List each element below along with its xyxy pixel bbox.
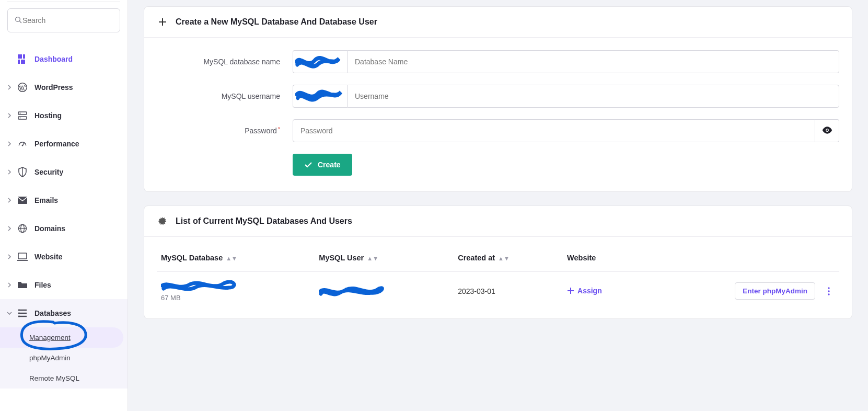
chevron-right-icon	[7, 253, 13, 261]
chevron-right-icon	[7, 224, 13, 233]
eye-icon	[822, 127, 832, 135]
svg-rect-23	[18, 310, 20, 311]
cell-user	[315, 272, 454, 311]
db-name-prefix	[293, 50, 347, 73]
sidebar-item-label: Files	[34, 281, 51, 289]
sidebar-subitem-label: Remote MySQL	[29, 374, 79, 382]
sidebar-subitem-management[interactable]: Management	[0, 327, 123, 348]
redacted-scribble	[295, 53, 345, 71]
required-marker: *	[278, 126, 280, 132]
sidebar-item-website[interactable]: Website	[0, 243, 128, 271]
cell-db: 67 MB	[157, 272, 315, 311]
col-created[interactable]: Created at▲▼	[454, 248, 563, 272]
search-input[interactable]	[22, 16, 114, 25]
sort-icon: ▲▼	[498, 255, 510, 261]
sidebar-item-emails[interactable]: Emails	[0, 186, 128, 214]
sidebar-item-label: Performance	[34, 140, 79, 148]
sidebar-subitem-phpmyadmin[interactable]: phpMyAdmin	[0, 348, 128, 368]
create-database-card: Create a New MySQL Database And Database…	[144, 6, 852, 192]
svg-line-1	[19, 21, 21, 23]
sidebar-subitem-label: Management	[29, 334, 71, 341]
database-icon	[17, 307, 28, 319]
svg-point-29	[826, 129, 828, 131]
col-db[interactable]: MySQL Database▲▼	[157, 248, 315, 272]
sidebar-item-databases[interactable]: Databases	[0, 299, 128, 327]
row-db-name: MySQL database name	[157, 50, 839, 73]
sidebar-subitem-remote-mysql[interactable]: Remote MySQL	[0, 368, 128, 389]
shield-icon	[17, 166, 28, 178]
row-password: Password*	[157, 119, 839, 142]
db-size: 67 MB	[161, 294, 310, 302]
sidebar-item-label: Website	[34, 253, 62, 261]
chevron-right-icon	[7, 111, 13, 120]
laptop-icon	[17, 251, 28, 262]
search-box[interactable]	[7, 8, 120, 32]
sidebar-item-label: Domains	[34, 224, 65, 233]
assign-label: Assign	[577, 287, 602, 295]
plus-icon	[567, 287, 574, 294]
sort-icon: ▲▼	[367, 255, 378, 261]
button-label: Create	[318, 161, 341, 169]
sidebar-item-performance[interactable]: Performance	[0, 130, 128, 158]
card-header: List of Current MySQL Databases And User…	[144, 206, 852, 236]
table-row: 67 MB 2023-03-01 As	[157, 272, 839, 311]
svg-rect-7	[18, 112, 27, 115]
button-row: Create	[157, 154, 839, 176]
svg-rect-5	[21, 60, 25, 64]
label-username: MySQL username	[157, 92, 293, 100]
svg-point-12	[22, 145, 24, 146]
col-actions	[642, 248, 839, 272]
row-username: MySQL username	[157, 85, 839, 108]
svg-point-35	[828, 293, 829, 295]
col-user[interactable]: MySQL User▲▼	[315, 248, 454, 272]
chevron-right-icon	[7, 168, 13, 176]
sidebar-nav: Dashboard WordPress Hosting	[0, 40, 128, 389]
create-button[interactable]: Create	[293, 154, 352, 176]
card-title: Create a New MySQL Database And Database…	[176, 17, 377, 27]
chevron-right-icon	[7, 140, 13, 148]
wordpress-icon	[17, 82, 28, 93]
row-menu-button[interactable]	[823, 285, 835, 298]
chevron-right-icon	[7, 281, 13, 289]
card-header: Create a New MySQL Database And Database…	[144, 7, 852, 37]
password-visibility-toggle[interactable]	[815, 119, 839, 142]
username-prefix	[293, 85, 347, 108]
sidebar-item-label: WordPress	[34, 83, 73, 92]
sidebar-item-hosting[interactable]: Hosting	[0, 101, 128, 130]
cell-website: Assign	[563, 272, 642, 311]
plus-icon	[157, 16, 168, 28]
server-icon	[17, 110, 28, 121]
cell-created: 2023-03-01	[454, 272, 563, 311]
svg-point-9	[20, 113, 21, 114]
svg-rect-2	[18, 54, 22, 59]
sidebar-subitem-label: phpMyAdmin	[29, 354, 71, 362]
create-form: MySQL database name MySQL username	[144, 38, 852, 191]
sort-icon: ▲▼	[226, 255, 237, 261]
label-db-name: MySQL database name	[157, 58, 293, 66]
db-name-input[interactable]	[347, 50, 839, 73]
kebab-icon	[828, 287, 830, 295]
redacted-scribble	[161, 280, 239, 291]
sidebar-item-security[interactable]: Security	[0, 158, 128, 186]
assign-button[interactable]: Assign	[567, 287, 602, 295]
password-input[interactable]	[293, 119, 815, 142]
enter-phpmyadmin-button[interactable]: Enter phpMyAdmin	[735, 282, 815, 300]
svg-point-34	[828, 290, 829, 292]
globe-icon	[17, 223, 28, 234]
card-title: List of Current MySQL Databases And User…	[176, 216, 352, 226]
check-icon	[304, 162, 313, 168]
username-input[interactable]	[347, 85, 839, 108]
redacted-scribble	[319, 286, 387, 297]
sidebar-item-label: Emails	[34, 196, 58, 204]
redacted-scribble	[295, 87, 345, 105]
gauge-icon	[17, 138, 28, 150]
sidebar-item-wordpress[interactable]: WordPress	[0, 73, 128, 101]
sidebar-item-label: Security	[34, 168, 63, 176]
sidebar-item-dashboard[interactable]: Dashboard	[0, 45, 128, 73]
sidebar-item-label: Dashboard	[34, 55, 73, 63]
sidebar-item-domains[interactable]: Domains	[0, 214, 128, 243]
gear-icon	[157, 215, 168, 227]
svg-rect-8	[18, 117, 27, 119]
databases-list-card: List of Current MySQL Databases And User…	[144, 206, 852, 319]
sidebar-item-files[interactable]: Files	[0, 271, 128, 299]
